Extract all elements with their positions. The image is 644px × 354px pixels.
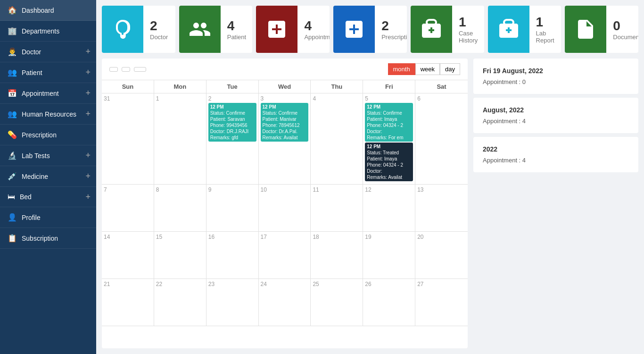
calendar-days-header: SunMonTueWedThuFriSat [102,80,468,93]
calendar-cell[interactable]: 1 [154,93,206,184]
calendar-cell[interactable]: 8 [154,185,206,231]
cell-number: 31 [104,95,152,102]
stat-info: 2 Doctor [143,18,174,41]
sidebar-item-label: Appointment [22,90,59,97]
stat-icon [102,6,143,53]
calendar-cell[interactable]: 26 [363,279,415,326]
calendar-cell[interactable]: 5 12 PM Status: Confirme Patient: Imaya … [363,93,415,184]
sidebar-item-bed[interactable]: 🛏 Bed + [0,187,96,207]
sidebar-icon: 💉 [8,172,17,181]
sidebar-icon: 🔬 [8,151,17,160]
sidebar-item-lab-tests[interactable]: 🔬 Lab Tests + [0,145,96,166]
calendar-cell[interactable]: 9 [206,185,259,231]
next-month-button[interactable] [122,67,130,72]
summary-date: August, 2022 [483,106,629,114]
calendar-event[interactable]: 12 PM Status: Confirme Patient: Manivar … [261,103,309,142]
sidebar-icon: 👥 [8,68,17,77]
calendar-cell[interactable]: 4 [311,93,363,184]
calendar-cell[interactable]: 11 [311,185,363,231]
sidebar-item-medicine[interactable]: 💉 Medicine + [0,166,96,187]
month-view-button[interactable]: month [388,63,415,75]
calendar-cell[interactable]: 31 [102,93,154,184]
cell-number: 15 [156,234,204,240]
calendar-week: 78910111213 [102,185,468,232]
calendar-cell[interactable]: 25 [311,279,363,326]
calendar-cell[interactable]: 17 [259,232,311,278]
sidebar-item-subscription[interactable]: 📋 Subscription [0,228,96,249]
calendar-cell[interactable]: 6 [415,93,468,184]
sidebar-item-label: Human Resources [22,110,76,118]
sidebar-item-profile[interactable]: 👤 Profile [0,207,96,228]
calendar-cell[interactable]: 10 [259,185,311,231]
summary-appointment: Appointment : 4 [483,118,629,125]
stat-icon [488,6,529,53]
summary-appointment: Appointment : 0 [483,78,629,85]
stat-card-doctor: 2 Doctor [102,6,175,53]
stat-card-patient: 4 Patient [179,6,253,53]
stat-label: Prescription [381,34,407,41]
calendar-event[interactable]: 12 PM Status: Treated Patient: Imaya Pho… [365,143,413,181]
sidebar-item-label: Departments [22,27,59,35]
stat-card-appointment: 4 Appointment [256,6,330,53]
sidebar-item-label: Prescription [22,131,57,139]
calendar-cell[interactable]: 19 [363,232,415,278]
sidebar-icon: 👥 [8,110,17,118]
sidebar-item-label: Dashboard [22,7,54,14]
sidebar-item-appointment[interactable]: 📅 Appointment + [0,83,96,104]
calendar-header: month week day [102,59,468,80]
sidebar-plus-icon[interactable]: + [85,67,91,77]
sidebar-item-doctor[interactable]: 👨‍⚕️ Doctor + [0,42,96,62]
day-view-button[interactable]: day [440,63,460,75]
calendar-event[interactable]: 12 PM Status: Confirme Patient: Saravan … [208,103,256,142]
prev-month-button[interactable] [109,67,118,72]
calendar-cell[interactable]: 7 [102,185,154,231]
sidebar-item-patient[interactable]: 👥 Patient + [0,62,96,83]
sidebar-plus-icon[interactable]: + [85,151,91,160]
cell-number: 22 [156,281,204,287]
sidebar-plus-icon[interactable]: + [85,171,91,181]
week-view-button[interactable]: week [415,63,440,75]
calendar-cell[interactable]: 2 12 PM Status: Confirme Patient: Sarava… [206,93,259,184]
cell-number: 9 [208,186,256,193]
sidebar-plus-icon[interactable]: + [85,88,91,98]
stat-number: 1 [536,15,544,30]
calendar-cell[interactable]: 3 12 PM Status: Confirme Patient: Maniva… [259,93,311,184]
calendar-cell[interactable]: 24 [259,279,311,326]
calendar-event[interactable]: 12 PM Status: Confirme Patient: Imaya Ph… [365,103,413,142]
cell-number: 6 [417,95,466,102]
sidebar-item-dashboard[interactable]: 🏠 Dashboard [0,0,96,21]
summary-date: 2022 [483,145,629,153]
sidebar-icon: 👨‍⚕️ [8,47,17,56]
today-button[interactable] [134,67,146,72]
calendar-view-buttons: month week day [388,63,460,75]
sidebar-icon: 👤 [8,213,17,222]
calendar-cell[interactable]: 20 [415,232,468,278]
bottom-section: month week day SunMonTueWedThuFriSat 311… [96,59,644,354]
stat-icon [411,6,452,53]
summary-card: August, 2022 Appointment : 4 [473,98,638,133]
calendar-cell[interactable]: 16 [206,232,259,278]
calendar-cell[interactable]: 27 [415,279,468,326]
stat-info: 1 Lab Report [529,15,561,44]
calendar-cell[interactable]: 14 [102,232,154,278]
sidebar-plus-icon[interactable]: + [85,47,91,57]
calendar-cell[interactable]: 21 [102,279,154,326]
calendar-cell[interactable]: 15 [154,232,206,278]
stat-number: 2 [150,18,157,34]
calendar-cell[interactable]: 23 [206,279,259,326]
sidebar-icon: 📅 [8,89,17,98]
sidebar-item-human-resources[interactable]: 👥 Human Resources + [0,104,96,125]
calendar-cell[interactable]: 18 [311,232,363,278]
sidebar-icon: 💊 [8,130,17,139]
calendar-week: 14151617181920 [102,232,468,279]
cell-number: 21 [104,281,152,287]
sidebar-item-prescription[interactable]: 💊 Prescription [0,125,96,145]
stat-info: 4 Appointment [297,18,330,41]
calendar-cell[interactable]: 22 [154,279,206,326]
sidebar-plus-icon[interactable]: + [85,192,91,202]
sidebar-item-departments[interactable]: 🏢 Departments [0,21,96,42]
sidebar-plus-icon[interactable]: + [85,109,91,119]
calendar-cell[interactable]: 12 [363,185,415,231]
stat-label: Lab Report [536,30,555,44]
calendar-cell[interactable]: 13 [415,185,468,231]
